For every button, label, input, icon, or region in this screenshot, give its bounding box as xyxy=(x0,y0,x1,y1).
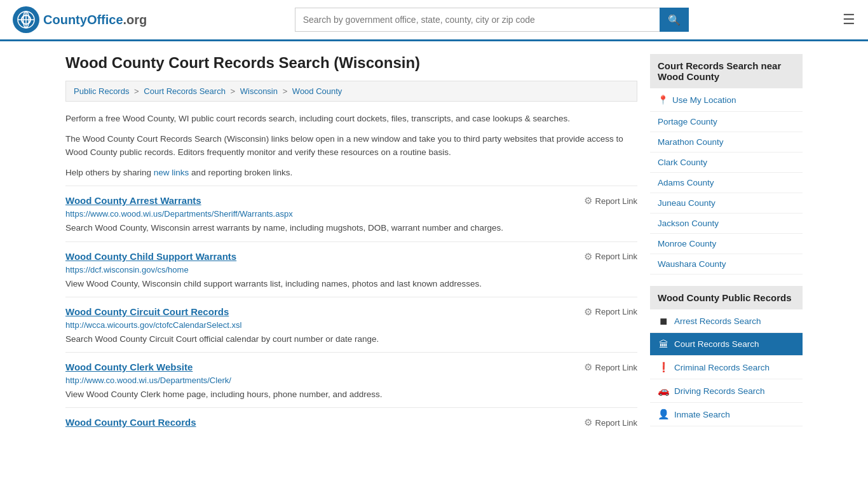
result-desc: Search Wood County, Wisconsin arrest war… xyxy=(65,222,637,234)
nearby-county-link[interactable]: Clark County xyxy=(650,152,803,173)
nearby-county-link[interactable]: Juneau County xyxy=(650,193,803,214)
site-header: CountyOffice.org 🔍 ☰ xyxy=(0,0,868,41)
report-icon: ⚙ xyxy=(584,195,592,207)
report-link-label: Report Link xyxy=(595,418,637,428)
nav-icon: 🚗 xyxy=(658,385,669,396)
result-title[interactable]: Wood County Clerk Website xyxy=(65,362,193,372)
public-records-section-title: Wood County Public Records xyxy=(650,286,803,309)
breadcrumb-court-records[interactable]: Court Records Search xyxy=(144,86,226,96)
desc-1: Perform a free Wood County, WI public co… xyxy=(65,112,637,126)
report-link-button[interactable]: ⚙ Report Link xyxy=(584,195,637,207)
nearby-county-link[interactable]: Marathon County xyxy=(650,132,803,152)
nearby-county-link[interactable]: Portage County xyxy=(650,112,803,132)
nav-label: Court Records Search xyxy=(674,339,759,349)
logo[interactable]: CountyOffice.org xyxy=(13,6,147,33)
result-title[interactable]: Wood County Circuit Court Records xyxy=(65,306,229,317)
breadcrumb-public-records[interactable]: Public Records xyxy=(74,86,129,96)
result-item: Wood County Clerk Website ⚙ Report Link … xyxy=(65,352,637,407)
menu-button[interactable]: ☰ xyxy=(843,11,855,28)
new-links-link[interactable]: new links xyxy=(154,168,189,177)
report-link-label: Report Link xyxy=(595,196,637,206)
result-item: Wood County Circuit Court Records ⚙ Repo… xyxy=(65,297,637,352)
use-my-location[interactable]: 📍 Use My Location xyxy=(650,88,803,112)
search-bar: 🔍 xyxy=(295,8,689,32)
report-link-button[interactable]: ⚙ Report Link xyxy=(584,306,637,318)
report-link-button[interactable]: ⚙ Report Link xyxy=(584,362,637,373)
search-input[interactable] xyxy=(295,8,660,32)
nav-icon: 🏛 xyxy=(658,339,669,349)
sidebar-nav-item-inmate-search[interactable]: 👤 Inmate Search xyxy=(650,403,803,426)
logo-name: CountyOffice.org xyxy=(43,13,147,27)
main-container: Wood County Court Records Search (Wiscon… xyxy=(53,41,815,450)
nearby-county-link[interactable]: Adams County xyxy=(650,173,803,193)
report-link-label: Report Link xyxy=(595,363,637,372)
sidebar: Court Records Search near Wood County 📍 … xyxy=(650,54,803,437)
nearby-county-link[interactable]: Waushara County xyxy=(650,254,803,274)
nav-link[interactable]: Inmate Search xyxy=(674,410,730,419)
report-link-button[interactable]: ⚙ Report Link xyxy=(584,417,637,428)
sidebar-nav-item-court-records-search[interactable]: 🏛 Court Records Search xyxy=(650,333,803,356)
result-item: Wood County Child Support Warrants ⚙ Rep… xyxy=(65,241,637,297)
nav-link[interactable]: Criminal Records Search xyxy=(674,363,770,372)
breadcrumb-wood-county[interactable]: Wood County xyxy=(292,86,342,96)
desc-2: The Wood County Court Records Search (Wi… xyxy=(65,132,637,159)
nearby-county-link[interactable]: Monroe County xyxy=(650,234,803,254)
sidebar-nav-item-driving-records-search[interactable]: 🚗 Driving Records Search xyxy=(650,379,803,403)
nav-icon: ❗ xyxy=(658,362,669,373)
location-pin-icon: 📍 xyxy=(658,95,668,105)
public-records-section: Wood County Public Records ◼ Arrest Reco… xyxy=(650,286,803,426)
results-list: Wood County Arrest Warrants ⚙ Report Lin… xyxy=(65,186,637,437)
nearby-counties-list: Portage CountyMarathon CountyClark Count… xyxy=(650,112,803,274)
result-title[interactable]: Wood County Child Support Warrants xyxy=(65,251,236,262)
result-desc: View Wood County Clerk home page, includ… xyxy=(65,388,637,401)
desc-3: Help others by sharing new links and rep… xyxy=(65,166,637,180)
report-icon: ⚙ xyxy=(584,306,592,318)
content-area: Wood County Court Records Search (Wiscon… xyxy=(65,54,637,437)
search-button[interactable]: 🔍 xyxy=(660,8,689,32)
report-link-label: Report Link xyxy=(595,307,637,316)
page-description: Perform a free Wood County, WI public co… xyxy=(65,112,637,179)
result-url[interactable]: https://dcf.wisconsin.gov/cs/home xyxy=(65,265,637,274)
logo-icon xyxy=(13,6,39,33)
report-icon: ⚙ xyxy=(584,362,592,373)
sidebar-nav-item-criminal-records-search[interactable]: ❗ Criminal Records Search xyxy=(650,356,803,379)
nearby-section-title: Court Records Search near Wood County xyxy=(650,54,803,88)
report-link-button[interactable]: ⚙ Report Link xyxy=(584,251,637,262)
sidebar-nav-item-arrest-records-search[interactable]: ◼ Arrest Records Search xyxy=(650,309,803,333)
result-url[interactable]: http://wcca.wicourts.gov/ctofcCalendarSe… xyxy=(65,320,637,330)
nav-icon: 👤 xyxy=(658,409,669,420)
nav-icon: ◼ xyxy=(658,315,669,327)
breadcrumb-wisconsin[interactable]: Wisconsin xyxy=(240,86,278,96)
result-url[interactable]: http://www.co.wood.wi.us/Departments/Cle… xyxy=(65,376,637,385)
result-url[interactable]: https://www.co.wood.wi.us/Departments/Sh… xyxy=(65,209,637,219)
report-icon: ⚙ xyxy=(584,417,592,428)
page-title: Wood County Court Records Search (Wiscon… xyxy=(65,54,637,72)
breadcrumb: Public Records > Court Records Search > … xyxy=(65,81,637,102)
result-item: Wood County Arrest Warrants ⚙ Report Lin… xyxy=(65,186,637,241)
nearby-county-link[interactable]: Jackson County xyxy=(650,214,803,234)
result-title[interactable]: Wood County Arrest Warrants xyxy=(65,195,201,206)
result-title[interactable]: Wood County Court Records xyxy=(65,417,196,428)
nav-link[interactable]: Driving Records Search xyxy=(674,386,765,396)
public-records-nav: ◼ Arrest Records Search 🏛 Court Records … xyxy=(650,309,803,426)
result-item: Wood County Court Records ⚙ Report Link xyxy=(65,407,637,437)
report-link-label: Report Link xyxy=(595,252,637,261)
result-desc: Search Wood County Circuit Court officia… xyxy=(65,333,637,346)
nav-link[interactable]: Arrest Records Search xyxy=(674,316,761,326)
report-icon: ⚙ xyxy=(584,251,592,262)
result-desc: View Wood County, Wisconsin child suppor… xyxy=(65,278,637,290)
